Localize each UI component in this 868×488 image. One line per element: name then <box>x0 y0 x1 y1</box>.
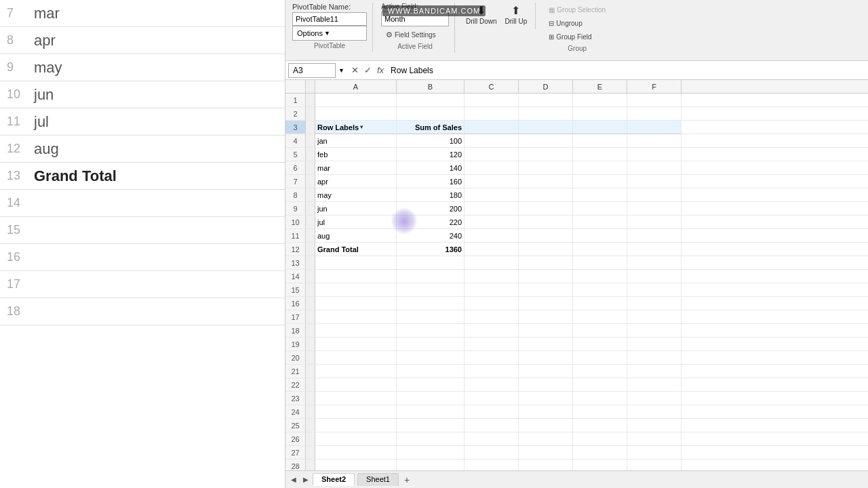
grid-row[interactable]: 25 <box>285 419 868 432</box>
pivottable-name-input[interactable] <box>292 12 367 26</box>
cell-A9[interactable]: jun <box>315 202 397 216</box>
cell-D22[interactable] <box>519 378 573 392</box>
cell-B6[interactable]: 140 <box>397 161 465 175</box>
cell-F11[interactable] <box>627 229 682 243</box>
cell-B12[interactable]: 1360 <box>397 243 465 256</box>
cell-C26[interactable] <box>465 432 519 446</box>
cell-F16[interactable] <box>627 297 682 310</box>
cell-E3[interactable] <box>573 121 627 134</box>
cell-C15[interactable] <box>465 283 519 297</box>
cell-A28[interactable] <box>315 460 397 470</box>
cell-D13[interactable] <box>519 256 573 270</box>
cell-C17[interactable] <box>465 310 519 324</box>
cell-D19[interactable] <box>519 338 573 351</box>
grid-row[interactable]: 12Grand Total1360 <box>285 243 868 256</box>
formula-confirm-button[interactable]: ✓ <box>363 65 373 75</box>
cell-B9[interactable]: 200 <box>397 202 465 216</box>
cell-C27[interactable] <box>465 446 519 460</box>
cell-A20[interactable] <box>315 351 397 365</box>
cell-E22[interactable] <box>573 378 627 392</box>
cell-C4[interactable] <box>465 134 519 148</box>
cell-E13[interactable] <box>573 256 627 270</box>
cell-D24[interactable] <box>519 405 573 419</box>
cell-F13[interactable] <box>627 256 682 270</box>
drill-up-button[interactable]: ⬆ Drill Up <box>502 3 530 26</box>
cell-A26[interactable] <box>315 432 397 446</box>
cell-D15[interactable] <box>519 283 573 297</box>
cell-A11[interactable]: aug <box>315 229 397 243</box>
cell-B19[interactable] <box>397 338 465 351</box>
formula-fx-button[interactable]: fx <box>376 65 385 75</box>
cell-B23[interactable] <box>397 392 465 405</box>
cell-ref-box[interactable]: A3 <box>288 63 336 78</box>
cell-E6[interactable] <box>573 161 627 175</box>
grid-row[interactable]: 17 <box>285 310 868 324</box>
cell-D5[interactable] <box>519 148 573 161</box>
cell-A2[interactable] <box>315 107 397 121</box>
cell-D10[interactable] <box>519 216 573 229</box>
cell-E10[interactable] <box>573 216 627 229</box>
cell-C13[interactable] <box>465 256 519 270</box>
cell-E1[interactable] <box>573 94 627 107</box>
cell-E16[interactable] <box>573 297 627 310</box>
cell-B10[interactable]: 220 <box>397 216 465 229</box>
cell-C28[interactable] <box>465 460 519 470</box>
cell-A1[interactable] <box>315 94 397 107</box>
cell-F21[interactable] <box>627 365 682 378</box>
grid-row[interactable]: 21 <box>285 365 868 378</box>
cell-D1[interactable] <box>519 94 573 107</box>
cell-D28[interactable] <box>519 460 573 470</box>
cell-D25[interactable] <box>519 419 573 432</box>
cell-D6[interactable] <box>519 161 573 175</box>
cell-F4[interactable] <box>627 134 682 148</box>
grid-row[interactable]: 9jun200 <box>285 202 868 216</box>
grid-row[interactable]: 19 <box>285 338 868 351</box>
cell-C20[interactable] <box>465 351 519 365</box>
cell-D7[interactable] <box>519 175 573 188</box>
cell-A17[interactable] <box>315 310 397 324</box>
cell-A15[interactable] <box>315 283 397 297</box>
grid-row[interactable]: 28 <box>285 460 868 470</box>
cell-C6[interactable] <box>465 161 519 175</box>
cell-C7[interactable] <box>465 175 519 188</box>
drill-down-button[interactable]: ⬇ Drill Down <box>463 3 500 26</box>
cell-C1[interactable] <box>465 94 519 107</box>
cell-E5[interactable] <box>573 148 627 161</box>
cell-B4[interactable]: 100 <box>397 134 465 148</box>
cell-C24[interactable] <box>465 405 519 419</box>
cell-A18[interactable] <box>315 324 397 338</box>
cell-F26[interactable] <box>627 432 682 446</box>
cell-C3[interactable] <box>465 121 519 134</box>
cell-B24[interactable] <box>397 405 465 419</box>
cell-F9[interactable] <box>627 202 682 216</box>
cell-B1[interactable] <box>397 94 465 107</box>
active-field-input[interactable] <box>381 12 449 26</box>
cell-B17[interactable] <box>397 310 465 324</box>
cell-C18[interactable] <box>465 324 519 338</box>
cell-F6[interactable] <box>627 161 682 175</box>
cell-E15[interactable] <box>573 283 627 297</box>
cell-F27[interactable] <box>627 446 682 460</box>
cell-D21[interactable] <box>519 365 573 378</box>
cell-E25[interactable] <box>573 419 627 432</box>
grid-row[interactable]: 10jul220 <box>285 216 868 229</box>
grid-row[interactable]: 18 <box>285 324 868 338</box>
cell-E4[interactable] <box>573 134 627 148</box>
cell-C8[interactable] <box>465 188 519 202</box>
grid-row[interactable]: 13 <box>285 256 868 270</box>
grid-row[interactable]: 16 <box>285 297 868 310</box>
cell-C25[interactable] <box>465 419 519 432</box>
cell-E17[interactable] <box>573 310 627 324</box>
cell-A7[interactable]: apr <box>315 175 397 188</box>
cell-F25[interactable] <box>627 419 682 432</box>
cell-C14[interactable] <box>465 270 519 283</box>
cell-B16[interactable] <box>397 297 465 310</box>
cell-E2[interactable] <box>573 107 627 121</box>
cell-A23[interactable] <box>315 392 397 405</box>
cell-A24[interactable] <box>315 405 397 419</box>
cell-E7[interactable] <box>573 175 627 188</box>
cell-D11[interactable] <box>519 229 573 243</box>
cell-D2[interactable] <box>519 107 573 121</box>
cell-E20[interactable] <box>573 351 627 365</box>
cell-F5[interactable] <box>627 148 682 161</box>
